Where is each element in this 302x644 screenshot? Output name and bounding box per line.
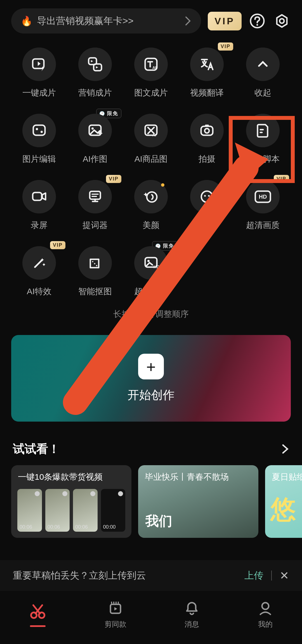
nav-template[interactable]: 剪同款 bbox=[105, 600, 126, 629]
svg-point-12 bbox=[91, 127, 94, 130]
tool-aiimage[interactable]: 限免 AI作图 bbox=[67, 114, 123, 165]
svg-point-1 bbox=[256, 24, 258, 26]
nav-label: 我的 bbox=[258, 619, 273, 629]
teleprompter-icon bbox=[87, 189, 103, 205]
svg-point-27 bbox=[147, 260, 150, 262]
drag-reorder-hint: 长按拖动可调整顺序 bbox=[0, 308, 302, 320]
promo-pill[interactable]: 🔥 导出营销视频赢年卡>> bbox=[11, 8, 201, 34]
tool-oneshot[interactable]: 一拍 bbox=[179, 180, 235, 231]
svg-point-2 bbox=[280, 19, 284, 23]
svg-point-21 bbox=[201, 191, 213, 202]
tool-label: 美颜 bbox=[143, 220, 159, 231]
chevron-right-icon bbox=[185, 16, 192, 26]
ai-product-icon: AI bbox=[143, 122, 159, 139]
svg-point-32 bbox=[262, 603, 269, 609]
chevron-up-icon bbox=[257, 58, 269, 70]
scissors-icon bbox=[29, 602, 47, 620]
thumbnail: 00:06 bbox=[45, 489, 70, 532]
face-icon bbox=[199, 189, 215, 205]
tool-label: 智能抠图 bbox=[78, 286, 112, 297]
tool-imgedit[interactable]: 图片编辑 bbox=[11, 114, 67, 165]
svg-point-16 bbox=[205, 129, 209, 133]
image-edit-icon bbox=[31, 122, 47, 139]
tool-label: AI作图 bbox=[83, 153, 107, 165]
svg-text:HD: HD bbox=[154, 264, 159, 269]
svg-rect-19 bbox=[90, 191, 100, 199]
nav-label: 消息 bbox=[185, 619, 199, 629]
svg-point-20 bbox=[147, 192, 157, 202]
template-icon bbox=[108, 600, 123, 616]
try-card-batch[interactable]: 一键10条爆款带货视频 00:06 00:06 00:06 00:00 bbox=[11, 465, 131, 538]
tool-teleprompt[interactable]: VIP 提词器 bbox=[67, 180, 123, 231]
tool-oneclick[interactable]: 一键成片 bbox=[11, 47, 67, 99]
tool-camera[interactable]: 拍摄 bbox=[179, 114, 235, 165]
nav-label: 剪同款 bbox=[105, 619, 126, 629]
record-icon bbox=[31, 189, 47, 205]
tool-hd[interactable]: VIP HD 超清画质 bbox=[235, 180, 291, 231]
tool-label: 提词器 bbox=[82, 220, 108, 231]
play-lightning-icon bbox=[31, 56, 47, 72]
tool-cutout[interactable]: 智能抠图 bbox=[67, 246, 123, 297]
tool-label: 录屏 bbox=[31, 220, 48, 231]
tool-aiproduct[interactable]: AI AI商品图 bbox=[123, 114, 179, 165]
nav-messages[interactable]: 消息 bbox=[184, 600, 200, 629]
tool-record[interactable]: 录屏 bbox=[11, 180, 67, 231]
tool-label: 视频翻译 bbox=[190, 87, 224, 99]
svg-point-9 bbox=[36, 128, 38, 130]
card-title: 夏日贴纸 bbox=[265, 465, 302, 489]
tool-aifx[interactable]: VIP AI特效 bbox=[11, 246, 67, 297]
vip-badge[interactable]: VIP bbox=[208, 12, 242, 30]
svg-text:AI: AI bbox=[152, 133, 156, 137]
photo-overlay-text: 我们 bbox=[145, 512, 172, 530]
camera-icon bbox=[199, 122, 215, 139]
card-title: 毕业快乐丨青春不散场 bbox=[138, 465, 258, 489]
tool-hdimg[interactable]: 限免 HD 超清图片 bbox=[123, 246, 179, 297]
annotation-highlight-box bbox=[229, 116, 295, 183]
tool-label: 收起 bbox=[254, 87, 271, 99]
tool-collapse[interactable]: 收起 bbox=[235, 47, 291, 99]
tool-beauty[interactable]: 美颜 bbox=[123, 180, 179, 231]
hd-icon: HD bbox=[254, 190, 272, 203]
tool-label: AI特效 bbox=[27, 286, 51, 297]
try-cards-row: 一键10条爆款带货视频 00:06 00:06 00:06 00:00 毕业快乐… bbox=[0, 465, 302, 538]
tool-marketing[interactable]: 营销成片 bbox=[67, 47, 123, 99]
thumb-row: 00:06 00:06 00:06 00:00 bbox=[11, 489, 131, 538]
profile-icon bbox=[258, 600, 273, 616]
tool-textai[interactable]: AI 图文成片 bbox=[123, 47, 179, 99]
try-card-summer[interactable]: 夏日贴纸 悠 bbox=[265, 465, 302, 538]
thumbnail: 00:06 bbox=[17, 489, 42, 532]
flame-icon: 🔥 bbox=[21, 15, 32, 27]
beauty-icon bbox=[143, 189, 159, 205]
nav-profile[interactable]: 我的 bbox=[258, 600, 273, 629]
try-card-graduation[interactable]: 毕业快乐丨青春不散场 我们 bbox=[138, 465, 258, 538]
translate-icon bbox=[199, 56, 215, 72]
settings-icon[interactable] bbox=[273, 12, 291, 30]
try-section-header[interactable]: 试试看！ bbox=[0, 422, 302, 465]
svg-point-22 bbox=[204, 195, 206, 197]
svg-text:AI: AI bbox=[152, 65, 156, 70]
tool-translate[interactable]: VIP 视频翻译 bbox=[179, 47, 235, 99]
dual-play-icon bbox=[87, 56, 103, 72]
text-ai-icon: AI bbox=[143, 56, 159, 72]
nav-cut[interactable] bbox=[29, 602, 47, 627]
vip-tag: VIP bbox=[218, 42, 233, 51]
start-creating-banner[interactable]: + 开始创作 bbox=[11, 335, 291, 422]
promo-text: 导出营销视频赢年卡>> bbox=[37, 15, 134, 27]
thumbnail: 00:06 bbox=[73, 489, 98, 532]
svg-rect-17 bbox=[205, 125, 209, 127]
vip-tag: VIP bbox=[106, 175, 121, 183]
separator bbox=[271, 571, 272, 581]
upload-link[interactable]: 上传 bbox=[244, 569, 263, 582]
close-icon[interactable]: ✕ bbox=[280, 569, 289, 582]
tool-label: 图文成片 bbox=[134, 87, 168, 99]
bottom-nav: 剪同款 消息 我的 bbox=[0, 591, 302, 644]
help-icon[interactable] bbox=[248, 12, 266, 30]
try-title: 试试看！ bbox=[13, 441, 60, 457]
tool-label: 拍摄 bbox=[199, 153, 215, 165]
cutout-icon bbox=[87, 255, 103, 271]
svg-text:HD: HD bbox=[259, 194, 267, 200]
upload-banner: 重要草稿怕丢失？立刻上传到云 上传 ✕ bbox=[0, 560, 302, 591]
svg-rect-18 bbox=[33, 193, 42, 200]
tool-label: 一拍 bbox=[199, 220, 215, 231]
start-label: 开始创作 bbox=[128, 387, 174, 403]
